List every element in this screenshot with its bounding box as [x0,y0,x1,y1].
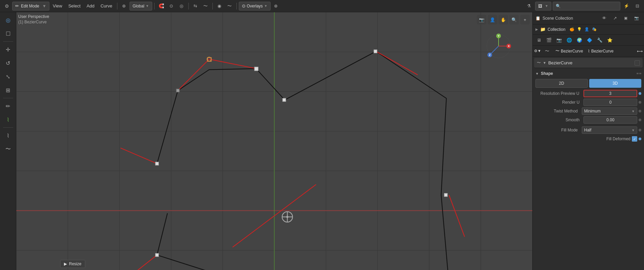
twist-method-dot[interactable] [639,110,641,112]
viewport-zoom-btn[interactable]: 🔍 [509,15,519,24]
outliner-icons: 👁 ↗ ▣ 📷 [599,14,641,23]
prop-tab-modifier[interactable]: 🔧 [595,35,604,45]
render-engine-dropdown[interactable]: 🖼▼ [535,2,551,11]
tool-scale[interactable]: ⤡ [2,70,15,83]
fill-deformed-checkbox[interactable]: ✓ [632,136,637,142]
render-u-value[interactable]: 0 [583,99,637,106]
viewport-top-buttons: 📷 👤 ✋ 🔍 + [477,15,530,24]
render-u-dot[interactable] [639,101,641,104]
snap-icon[interactable]: 🧲 [157,1,166,11]
svg-rect-49 [156,162,159,165]
separator-3 [188,3,189,9]
prop-tab-object[interactable]: 🔷 [585,35,594,45]
prop-beziercurve-name-right: BezierCurve [591,49,614,54]
tool-rotate[interactable]: ↺ [2,57,15,69]
left-toolbar: ◎ ☐ ✛ ↺ ⤡ ⊞ ✏ ⌇ ⌇ 〜 [0,12,16,270]
resolution-preview-value[interactable]: 3 [583,90,637,97]
properties-content: 〜 ▼ BezierCurve ▼ Shape 2D 3 [533,57,644,270]
tool-draw[interactable]: ✏ [2,100,15,112]
btn-3d[interactable]: 3D [589,79,642,88]
settings-btn[interactable]: ⊟ [632,1,642,11]
top-right-area: ⚗ 🖼▼ 🔍 ⚡ ⊟ [524,1,642,11]
prop-panel-selector[interactable]: ⚙▼ [534,49,541,53]
smooth-dot[interactable] [639,119,641,121]
tool-handle2[interactable]: 〜 [2,143,15,155]
outliner-render-icon[interactable]: ▣ [621,14,630,23]
prop-tab-view-layer[interactable]: 📷 [554,35,564,45]
render-u-row: Render U 0 [534,98,643,107]
proportional-icon[interactable]: ⊙ [167,1,176,11]
viewport[interactable]: User Perspective (1) BezierCurve 📷 👤 ✋ 🔍… [16,12,532,270]
tool-transform[interactable]: ⊞ [2,84,15,97]
prop-curve-data-icon[interactable]: 〜 [543,46,552,56]
fill-mode-dot[interactable] [639,129,641,131]
overlays-button[interactable]: ⊙ Overlays ▼ [239,2,271,11]
gizmos-btn[interactable]: ⊗ [271,1,281,11]
toggle-2d-3d-row: 2D 3D [534,78,643,89]
tool-move[interactable]: ✛ [2,43,15,56]
tool-sep-3 [3,127,13,128]
mode-selector[interactable]: ✏ Edit Mode ▼ [12,2,49,11]
tree-item-collection[interactable]: ▶ 📁 Collection 🍊 💡 👤 🎭 [533,26,644,33]
prop-tab-render[interactable]: 🖥 [534,35,544,45]
resolution-preview-dot[interactable] [639,92,641,95]
outliner-eye-icon[interactable]: 👁 [599,14,609,23]
viewport-shading-2[interactable]: 〜 [225,1,234,11]
shape-section-header[interactable]: ▼ Shape [534,69,643,78]
separator-5 [236,3,237,9]
axis-gizmo[interactable]: Y X Z [485,33,512,60]
prop-header-row: ⚙▼ 〜 〜 BezierCurve ⌇ BezierCurve ⟷ [533,46,644,57]
viewport-hand-btn[interactable]: ✋ [499,15,508,24]
btn-2d[interactable]: 2D [535,79,588,88]
search-box[interactable]: 🔍 [553,2,620,11]
svg-line-61 [491,46,499,54]
prop-expand[interactable] [635,60,640,66]
svg-rect-39 [254,67,258,71]
menu-add[interactable]: Add [84,1,97,11]
tool-extrude[interactable]: ⌇ [2,113,15,126]
smooth-value[interactable]: 0.00 [583,116,637,124]
fill-mode-dropdown[interactable]: Half ▼ [582,126,637,134]
prop-tab-world[interactable]: 🌍 [575,35,584,45]
resolution-preview-row: Resolution Preview U 3 [534,89,643,98]
outliner-cursor-icon[interactable]: ↗ [610,14,620,23]
viewport-camera-btn[interactable]: 📷 [477,15,486,24]
fill-deformed-dot[interactable] [639,138,641,140]
resize-label: ▶ Resize [60,260,85,268]
editor-type-icon[interactable]: ⚙ [2,1,12,11]
curve-dropdown-icon[interactable]: ▼ [543,61,546,65]
smooth-row: Smooth 0.00 [534,116,643,124]
mirror-icon[interactable]: ⇆ [191,1,200,11]
filter-btn[interactable]: ⚡ [622,1,631,11]
tool-handle1[interactable]: ⌇ [2,129,15,142]
top-menubar: ⚙ ✏ Edit Mode ▼ View Select Add Curve ⊕ … [0,0,644,12]
svg-rect-43 [444,193,447,196]
viewport-shading-1[interactable]: ◉ [215,1,224,11]
twist-method-label: Twist Method [535,109,580,113]
menu-select[interactable]: Select [66,1,83,11]
shape-section: ▼ Shape 2D 3D Resolution Preview U 3 [534,69,643,143]
twist-method-dropdown[interactable]: Minimum ▼ [582,107,637,115]
prop-beziercurve-icon: 〜 [555,48,559,54]
curve-icon[interactable]: 〜 [201,1,210,11]
separator-2 [154,3,155,9]
prop-expand-btn[interactable]: ⟷ [637,49,643,54]
viewport-plus-btn[interactable]: + [520,15,530,24]
viewport-person-btn[interactable]: 👤 [488,15,497,24]
outliner-tree: ▶ 📁 Collection 🍊 💡 👤 🎭 [533,24,644,35]
filter-icon[interactable]: ⚗ [524,1,534,11]
transform-pivot-icon[interactable]: ◎ [177,1,186,11]
collection-label: Collection [548,27,566,32]
prop-tab-particles[interactable]: ⭐ [605,35,615,45]
transform-icon[interactable]: ⊕ [119,1,129,11]
svg-rect-41 [283,98,286,101]
prop-tab-scene[interactable]: 🌐 [565,35,574,45]
tool-select-box[interactable]: ☐ [2,27,15,40]
menu-curve[interactable]: Curve [98,1,115,11]
main-area: ◎ ☐ ✛ ↺ ⤡ ⊞ ✏ ⌇ ⌇ 〜 [0,12,644,270]
menu-view[interactable]: View [50,1,65,11]
prop-tab-output[interactable]: 🎬 [544,35,554,45]
tool-cursor[interactable]: ◎ [2,14,15,26]
global-dropdown[interactable]: Global▼ [130,2,152,11]
outliner-camera-icon[interactable]: 📷 [632,14,641,23]
